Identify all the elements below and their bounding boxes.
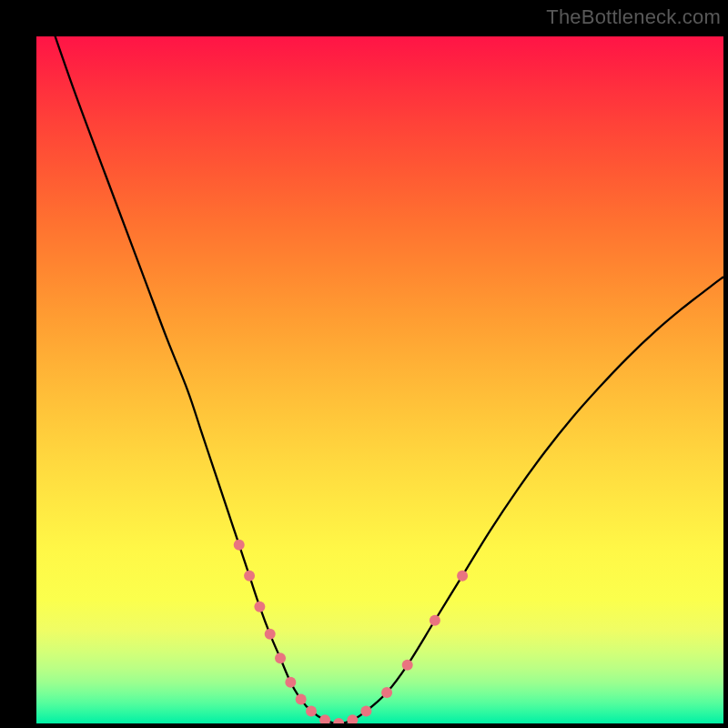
highlight-dot bbox=[457, 571, 468, 581]
highlight-dot bbox=[244, 571, 255, 581]
highlight-dot bbox=[430, 615, 440, 626]
plot-area bbox=[36, 36, 723, 723]
highlight-dot bbox=[319, 714, 330, 723]
curve-svg bbox=[36, 36, 723, 723]
highlight-dot bbox=[381, 687, 392, 698]
highlight-dot bbox=[254, 602, 265, 612]
chart-container: TheBottleneck.com bbox=[0, 0, 728, 728]
highlight-dot bbox=[306, 705, 317, 716]
highlight-dot bbox=[333, 718, 344, 723]
watermark-text: TheBottleneck.com bbox=[546, 5, 721, 29]
highlight-dot bbox=[360, 705, 371, 716]
highlight-dot bbox=[296, 694, 307, 705]
highlight-dot bbox=[234, 540, 245, 551]
highlight-dot bbox=[275, 652, 286, 663]
highlight-dot bbox=[402, 660, 413, 671]
bottleneck-curve bbox=[36, 36, 723, 723]
highlight-dot bbox=[285, 677, 296, 688]
highlight-dot bbox=[347, 714, 358, 723]
highlight-dot bbox=[265, 629, 276, 640]
